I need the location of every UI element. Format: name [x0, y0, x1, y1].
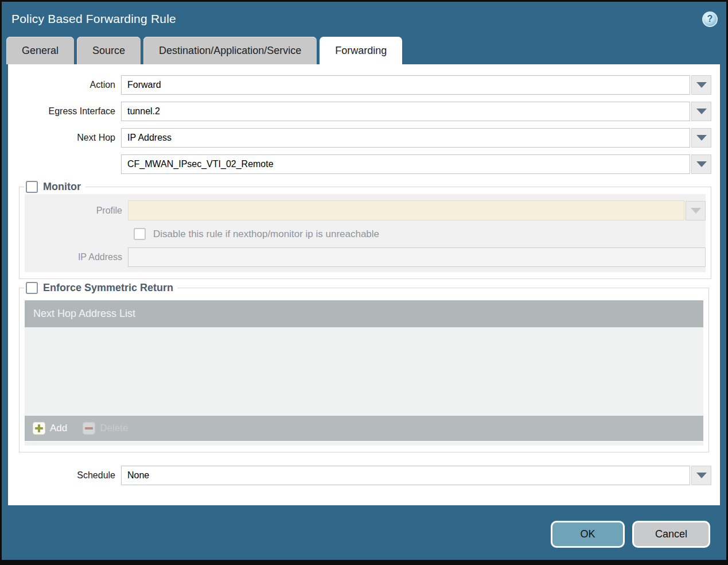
tab-source[interactable]: Source [77, 37, 141, 64]
action-label: Action [8, 80, 121, 90]
disable-rule-label: Disable this rule if nexthop/monitor ip … [153, 229, 379, 240]
schedule-dropdown-button[interactable] [691, 466, 711, 485]
chevron-down-icon [696, 161, 707, 167]
symmetric-return-legend: Enforce Symmetric Return [24, 282, 178, 294]
chevron-down-icon [696, 82, 707, 88]
action-dropdown-button[interactable] [691, 75, 711, 95]
chevron-down-icon [696, 473, 707, 478]
egress-interface-field[interactable]: tunnel.2 [121, 102, 690, 121]
title-bar: Policy Based Forwarding Rule ? [2, 2, 726, 36]
chevron-down-icon [696, 109, 707, 114]
plus-icon [33, 422, 45, 435]
tab-bar: General Source Destination/Application/S… [2, 36, 726, 64]
egress-interface-row: Egress Interface tunnel.2 [8, 102, 720, 121]
ok-button[interactable]: OK [551, 521, 625, 548]
disable-rule-checkbox [134, 228, 146, 240]
next-hop-address-row: CF_MWAN_IPsec_VTI_02_Remote [8, 154, 720, 174]
egress-interface-label: Egress Interface [8, 106, 121, 117]
add-button[interactable]: Add [33, 422, 67, 435]
profile-dropdown-button [686, 201, 706, 220]
monitor-legend: Monitor [24, 181, 85, 193]
symmetric-return-checkbox[interactable] [26, 282, 38, 294]
next-hop-row: Next Hop IP Address [8, 128, 720, 148]
schedule-row: Schedule None [8, 466, 720, 485]
next-hop-address-field[interactable]: CF_MWAN_IPsec_VTI_02_Remote [121, 154, 690, 174]
monitor-panel: Profile Disable this rule if nexthop/mon… [25, 194, 706, 272]
table-header: Next Hop Address List [25, 300, 703, 327]
next-hop-dropdown-button[interactable] [691, 128, 711, 148]
add-button-label: Add [50, 423, 67, 434]
monitor-group: Monitor Profile Disable this rule if nex… [19, 181, 711, 279]
symmetric-return-title: Enforce Symmetric Return [43, 282, 173, 294]
next-hop-label: Next Hop [8, 133, 121, 143]
profile-field [128, 200, 684, 220]
schedule-field[interactable]: None [121, 466, 690, 485]
next-hop-address-list-table: Next Hop Address List Add Delete [25, 300, 703, 446]
dialog-title: Policy Based Forwarding Rule [11, 12, 176, 26]
action-row: Action Forward [8, 75, 720, 95]
cancel-button[interactable]: Cancel [632, 521, 710, 548]
symmetric-return-group: Enforce Symmetric Return Next Hop Addres… [19, 282, 709, 452]
monitor-ip-label: IP Address [25, 252, 128, 262]
monitor-title: Monitor [43, 181, 81, 193]
tab-destination-application-service[interactable]: Destination/Application/Service [143, 37, 317, 64]
egress-interface-dropdown-button[interactable] [691, 102, 711, 121]
policy-based-forwarding-dialog: Policy Based Forwarding Rule ? General S… [0, 0, 728, 565]
chevron-down-icon [696, 135, 707, 141]
tab-forwarding[interactable]: Forwarding [320, 37, 402, 64]
delete-button: Delete [83, 422, 128, 435]
minus-icon [83, 422, 95, 435]
monitor-ip-field [128, 247, 706, 267]
dialog-footer: OK Cancel [2, 505, 726, 548]
tab-general[interactable]: General [6, 37, 74, 64]
profile-row: Profile [25, 200, 706, 220]
monitor-ip-row: IP Address [25, 247, 706, 267]
table-body[interactable] [25, 327, 703, 416]
next-hop-address-dropdown-button[interactable] [691, 154, 711, 174]
chevron-down-icon [691, 208, 701, 214]
profile-label: Profile [25, 206, 128, 216]
table-bottom-strip [25, 442, 703, 446]
delete-button-label: Delete [100, 423, 128, 434]
table-toolbar: Add Delete [25, 416, 703, 441]
monitor-checkbox[interactable] [26, 181, 38, 193]
help-icon[interactable]: ? [702, 11, 718, 27]
schedule-label: Schedule [8, 470, 121, 481]
action-field[interactable]: Forward [121, 75, 690, 95]
forwarding-tab-panel: Action Forward Egress Interface tunnel.2… [8, 64, 720, 505]
disable-rule-row: Disable this rule if nexthop/monitor ip … [134, 228, 706, 240]
next-hop-type-field[interactable]: IP Address [121, 128, 690, 148]
